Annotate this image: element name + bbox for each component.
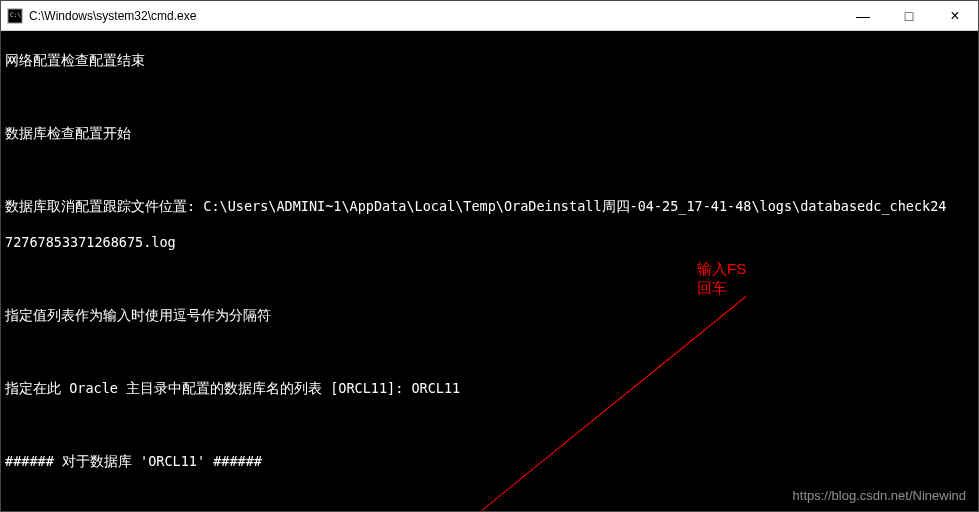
- window-title: C:\Windows\system32\cmd.exe: [29, 9, 840, 23]
- cmd-icon: C:\: [7, 8, 23, 24]
- terminal-line: 数据库取消配置跟踪文件位置: C:\Users\ADMINI~1\AppData…: [5, 197, 974, 215]
- terminal-content[interactable]: 网络配置检查配置结束 数据库检查配置开始 数据库取消配置跟踪文件位置: C:\U…: [1, 31, 978, 511]
- minimize-button[interactable]: —: [840, 1, 886, 30]
- titlebar[interactable]: C:\ C:\Windows\system32\cmd.exe — □ ×: [1, 1, 978, 31]
- terminal-line: [5, 270, 974, 288]
- maximize-button[interactable]: □: [886, 1, 932, 30]
- cmd-window: C:\ C:\Windows\system32\cmd.exe — □ × 网络…: [0, 0, 979, 512]
- terminal-line: [5, 343, 974, 361]
- terminal-line: [5, 161, 974, 179]
- terminal-line: 数据库检查配置开始: [5, 124, 974, 142]
- terminal-line: [5, 416, 974, 434]
- terminal-line: [5, 88, 974, 106]
- svg-text:C:\: C:\: [10, 11, 21, 18]
- close-button[interactable]: ×: [932, 1, 978, 30]
- terminal-line: 指定值列表作为输入时使用逗号作为分隔符: [5, 306, 974, 324]
- annotation-arrow: [481, 296, 746, 511]
- terminal-line: ###### 对于数据库 'ORCL11' ######: [5, 452, 974, 470]
- window-controls: — □ ×: [840, 1, 978, 30]
- terminal-line: 网络配置检查配置结束: [5, 51, 974, 69]
- watermark: https://blog.csdn.net/Ninewind: [793, 487, 966, 505]
- terminal-line: 指定在此 Oracle 主目录中配置的数据库名的列表 [ORCL11]: ORC…: [5, 379, 974, 397]
- terminal-line: 72767853371268675.log: [5, 233, 974, 251]
